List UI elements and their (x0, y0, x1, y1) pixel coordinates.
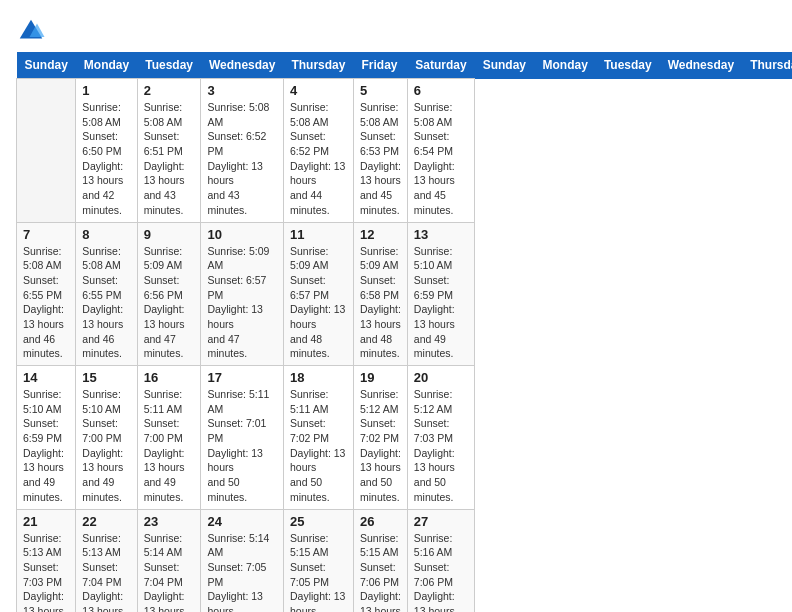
calendar-cell: 16Sunrise: 5:11 AM Sunset: 7:00 PM Dayli… (137, 366, 201, 510)
calendar-cell: 27Sunrise: 5:16 AM Sunset: 7:06 PM Dayli… (407, 509, 474, 612)
calendar-cell: 1Sunrise: 5:08 AM Sunset: 6:50 PM Daylig… (76, 79, 137, 223)
calendar-cell: 23Sunrise: 5:14 AM Sunset: 7:04 PM Dayli… (137, 509, 201, 612)
calendar-cell: 5Sunrise: 5:08 AM Sunset: 6:53 PM Daylig… (353, 79, 407, 223)
day-info: Sunrise: 5:10 AM Sunset: 6:59 PM Dayligh… (414, 244, 468, 362)
calendar-week-2: 7Sunrise: 5:08 AM Sunset: 6:55 PM Daylig… (17, 222, 793, 366)
calendar-cell: 15Sunrise: 5:10 AM Sunset: 7:00 PM Dayli… (76, 366, 137, 510)
day-number: 6 (414, 83, 468, 98)
header-tuesday: Tuesday (137, 52, 201, 79)
day-info: Sunrise: 5:13 AM Sunset: 7:04 PM Dayligh… (82, 531, 130, 613)
header-friday: Friday (353, 52, 407, 79)
day-number: 14 (23, 370, 69, 385)
calendar-week-4: 21Sunrise: 5:13 AM Sunset: 7:03 PM Dayli… (17, 509, 793, 612)
day-info: Sunrise: 5:14 AM Sunset: 7:05 PM Dayligh… (207, 531, 276, 613)
day-number: 7 (23, 227, 69, 242)
day-info: Sunrise: 5:08 AM Sunset: 6:55 PM Dayligh… (82, 244, 130, 362)
day-number: 13 (414, 227, 468, 242)
logo-icon (16, 16, 46, 46)
day-info: Sunrise: 5:15 AM Sunset: 7:06 PM Dayligh… (360, 531, 401, 613)
calendar-cell: 12Sunrise: 5:09 AM Sunset: 6:58 PM Dayli… (353, 222, 407, 366)
day-number: 12 (360, 227, 401, 242)
day-number: 20 (414, 370, 468, 385)
calendar-cell: 24Sunrise: 5:14 AM Sunset: 7:05 PM Dayli… (201, 509, 283, 612)
day-number: 24 (207, 514, 276, 529)
header-wednesday: Wednesday (201, 52, 283, 79)
day-info: Sunrise: 5:08 AM Sunset: 6:53 PM Dayligh… (360, 100, 401, 218)
page-header (16, 16, 776, 46)
day-info: Sunrise: 5:10 AM Sunset: 6:59 PM Dayligh… (23, 387, 69, 505)
day-info: Sunrise: 5:09 AM Sunset: 6:57 PM Dayligh… (207, 244, 276, 362)
day-info: Sunrise: 5:08 AM Sunset: 6:52 PM Dayligh… (290, 100, 347, 218)
calendar-table: SundayMondayTuesdayWednesdayThursdayFrid… (16, 52, 792, 612)
day-info: Sunrise: 5:10 AM Sunset: 7:00 PM Dayligh… (82, 387, 130, 505)
calendar-cell: 11Sunrise: 5:09 AM Sunset: 6:57 PM Dayli… (283, 222, 353, 366)
day-info: Sunrise: 5:15 AM Sunset: 7:05 PM Dayligh… (290, 531, 347, 613)
header-day-tuesday: Tuesday (596, 52, 660, 79)
calendar-cell: 17Sunrise: 5:11 AM Sunset: 7:01 PM Dayli… (201, 366, 283, 510)
day-info: Sunrise: 5:14 AM Sunset: 7:04 PM Dayligh… (144, 531, 195, 613)
calendar-cell: 21Sunrise: 5:13 AM Sunset: 7:03 PM Dayli… (17, 509, 76, 612)
calendar-cell: 7Sunrise: 5:08 AM Sunset: 6:55 PM Daylig… (17, 222, 76, 366)
header-saturday: Saturday (407, 52, 474, 79)
day-number: 4 (290, 83, 347, 98)
day-number: 25 (290, 514, 347, 529)
calendar-cell: 13Sunrise: 5:10 AM Sunset: 6:59 PM Dayli… (407, 222, 474, 366)
day-info: Sunrise: 5:08 AM Sunset: 6:50 PM Dayligh… (82, 100, 130, 218)
calendar-cell: 6Sunrise: 5:08 AM Sunset: 6:54 PM Daylig… (407, 79, 474, 223)
calendar-cell: 10Sunrise: 5:09 AM Sunset: 6:57 PM Dayli… (201, 222, 283, 366)
calendar-cell: 20Sunrise: 5:12 AM Sunset: 7:03 PM Dayli… (407, 366, 474, 510)
day-number: 26 (360, 514, 401, 529)
day-number: 21 (23, 514, 69, 529)
day-number: 19 (360, 370, 401, 385)
calendar-cell: 2Sunrise: 5:08 AM Sunset: 6:51 PM Daylig… (137, 79, 201, 223)
header-monday: Monday (76, 52, 137, 79)
header-sunday: Sunday (17, 52, 76, 79)
calendar-cell: 8Sunrise: 5:08 AM Sunset: 6:55 PM Daylig… (76, 222, 137, 366)
day-number: 9 (144, 227, 195, 242)
day-info: Sunrise: 5:12 AM Sunset: 7:02 PM Dayligh… (360, 387, 401, 505)
day-info: Sunrise: 5:11 AM Sunset: 7:02 PM Dayligh… (290, 387, 347, 505)
calendar-cell: 3Sunrise: 5:08 AM Sunset: 6:52 PM Daylig… (201, 79, 283, 223)
day-info: Sunrise: 5:09 AM Sunset: 6:58 PM Dayligh… (360, 244, 401, 362)
day-number: 18 (290, 370, 347, 385)
calendar-cell: 9Sunrise: 5:09 AM Sunset: 6:56 PM Daylig… (137, 222, 201, 366)
calendar-cell: 25Sunrise: 5:15 AM Sunset: 7:05 PM Dayli… (283, 509, 353, 612)
day-info: Sunrise: 5:08 AM Sunset: 6:54 PM Dayligh… (414, 100, 468, 218)
calendar-header-row: SundayMondayTuesdayWednesdayThursdayFrid… (17, 52, 793, 79)
day-info: Sunrise: 5:08 AM Sunset: 6:55 PM Dayligh… (23, 244, 69, 362)
header-day-thursday: Thursday (742, 52, 792, 79)
day-info: Sunrise: 5:12 AM Sunset: 7:03 PM Dayligh… (414, 387, 468, 505)
header-day-monday: Monday (535, 52, 596, 79)
day-info: Sunrise: 5:08 AM Sunset: 6:51 PM Dayligh… (144, 100, 195, 218)
day-info: Sunrise: 5:11 AM Sunset: 7:01 PM Dayligh… (207, 387, 276, 505)
day-info: Sunrise: 5:13 AM Sunset: 7:03 PM Dayligh… (23, 531, 69, 613)
header-day-sunday: Sunday (475, 52, 535, 79)
day-number: 11 (290, 227, 347, 242)
header-day-wednesday: Wednesday (660, 52, 742, 79)
calendar-cell (17, 79, 76, 223)
day-number: 15 (82, 370, 130, 385)
day-info: Sunrise: 5:09 AM Sunset: 6:56 PM Dayligh… (144, 244, 195, 362)
logo (16, 16, 50, 46)
day-number: 3 (207, 83, 276, 98)
calendar-cell: 14Sunrise: 5:10 AM Sunset: 6:59 PM Dayli… (17, 366, 76, 510)
day-info: Sunrise: 5:16 AM Sunset: 7:06 PM Dayligh… (414, 531, 468, 613)
day-info: Sunrise: 5:09 AM Sunset: 6:57 PM Dayligh… (290, 244, 347, 362)
calendar-cell: 19Sunrise: 5:12 AM Sunset: 7:02 PM Dayli… (353, 366, 407, 510)
calendar-week-3: 14Sunrise: 5:10 AM Sunset: 6:59 PM Dayli… (17, 366, 793, 510)
day-number: 1 (82, 83, 130, 98)
header-thursday: Thursday (283, 52, 353, 79)
day-number: 22 (82, 514, 130, 529)
day-number: 17 (207, 370, 276, 385)
day-number: 16 (144, 370, 195, 385)
day-number: 2 (144, 83, 195, 98)
calendar-cell: 22Sunrise: 5:13 AM Sunset: 7:04 PM Dayli… (76, 509, 137, 612)
day-number: 8 (82, 227, 130, 242)
day-number: 10 (207, 227, 276, 242)
day-info: Sunrise: 5:11 AM Sunset: 7:00 PM Dayligh… (144, 387, 195, 505)
calendar-cell: 4Sunrise: 5:08 AM Sunset: 6:52 PM Daylig… (283, 79, 353, 223)
day-number: 23 (144, 514, 195, 529)
day-number: 5 (360, 83, 401, 98)
calendar-week-1: 1Sunrise: 5:08 AM Sunset: 6:50 PM Daylig… (17, 79, 793, 223)
calendar-cell: 26Sunrise: 5:15 AM Sunset: 7:06 PM Dayli… (353, 509, 407, 612)
